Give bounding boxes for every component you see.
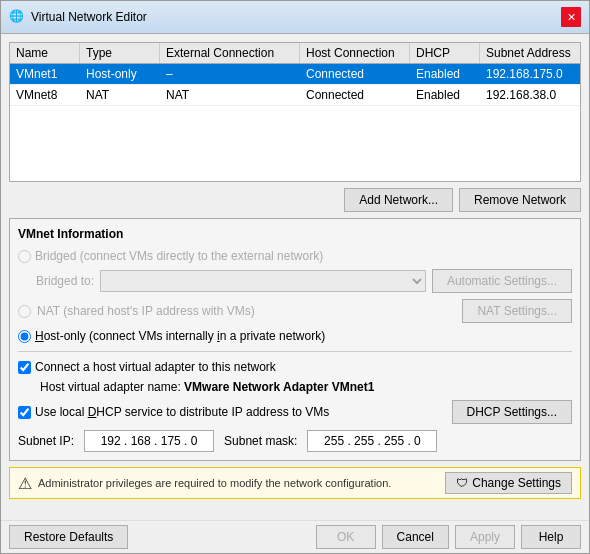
subnet-mask-input[interactable] <box>307 430 437 452</box>
warning-text: Administrator privileges are required to… <box>38 477 391 489</box>
table-row[interactable]: VMnet1 Host-only – Connected Enabled 192… <box>10 64 580 85</box>
table-row[interactable]: VMnet8 NAT NAT Connected Enabled 192.168… <box>10 85 580 106</box>
col-name: Name <box>10 43 80 63</box>
col-subnet: Subnet Address <box>480 43 581 63</box>
subnet-ip-label: Subnet IP: <box>18 434 74 448</box>
subnet-row: Subnet IP: Subnet mask: <box>18 430 572 452</box>
apply-button[interactable]: Apply <box>455 525 515 549</box>
help-button[interactable]: Help <box>521 525 581 549</box>
network-table[interactable]: Name Type External Connection Host Conne… <box>9 42 581 182</box>
bridged-to-row: Bridged to: Automatic Settings... <box>18 269 572 293</box>
cell-subnet: 192.168.175.0 <box>480 64 581 84</box>
cell-type: Host-only <box>80 64 160 84</box>
cell-external: NAT <box>160 85 300 105</box>
title-bar: 🌐 Virtual Network Editor ✕ <box>1 1 589 34</box>
cancel-button[interactable]: Cancel <box>382 525 449 549</box>
warning-bar: ⚠ Administrator privileges are required … <box>9 467 581 499</box>
main-window: 🌐 Virtual Network Editor ✕ Name Type Ext… <box>0 0 590 554</box>
nat-settings-button[interactable]: NAT Settings... <box>462 299 572 323</box>
vmnet-info-section: VMnet Information Bridged (connect VMs d… <box>9 218 581 461</box>
footer-buttons: Restore Defaults OK Cancel Apply Help <box>1 520 589 553</box>
app-icon: 🌐 <box>9 9 25 25</box>
col-dhcp: DHCP <box>410 43 480 63</box>
bridged-label: Bridged (connect VMs directly to the ext… <box>35 249 323 263</box>
col-type: Type <box>80 43 160 63</box>
dhcp-checkbox[interactable] <box>18 406 31 419</box>
nat-label: NAT (shared host's IP address with VMs) <box>37 304 456 318</box>
cell-subnet: 192.168.38.0 <box>480 85 581 105</box>
adapter-name-row: Host virtual adapter name: VMware Networ… <box>18 380 572 394</box>
cell-name: VMnet1 <box>10 64 80 84</box>
hostonly-radio-row: Host-only (connect VMs internally in a p… <box>18 329 572 343</box>
restore-defaults-button[interactable]: Restore Defaults <box>9 525 128 549</box>
subnet-mask-label: Subnet mask: <box>224 434 297 448</box>
hostonly-label: Host-only (connect VMs internally in a p… <box>35 329 325 343</box>
adapter-name-value: VMware Network Adapter VMnet1 <box>184 380 374 394</box>
dhcp-row: Use local DHCP service to distribute IP … <box>18 400 572 424</box>
automatic-settings-button[interactable]: Automatic Settings... <box>432 269 572 293</box>
add-network-button[interactable]: Add Network... <box>344 188 453 212</box>
dhcp-label: Use local DHCP service to distribute IP … <box>35 405 329 419</box>
cell-type: NAT <box>80 85 160 105</box>
col-host: Host Connection <box>300 43 410 63</box>
connect-adapter-checkbox[interactable] <box>18 361 31 374</box>
col-external: External Connection <box>160 43 300 63</box>
main-content: Name Type External Connection Host Conne… <box>1 34 589 520</box>
separator <box>18 351 572 352</box>
connect-adapter-row: Connect a host virtual adapter to this n… <box>18 360 572 374</box>
window-title: Virtual Network Editor <box>31 10 147 24</box>
cell-dhcp: Enabled <box>410 64 480 84</box>
bridged-to-label: Bridged to: <box>36 274 94 288</box>
hostonly-radio[interactable] <box>18 330 31 343</box>
bridged-to-dropdown[interactable] <box>100 270 426 292</box>
remove-network-button[interactable]: Remove Network <box>459 188 581 212</box>
cell-host: Connected <box>300 64 410 84</box>
ok-button[interactable]: OK <box>316 525 376 549</box>
title-bar-left: 🌐 Virtual Network Editor <box>9 9 147 25</box>
vmnet-info-title: VMnet Information <box>18 227 572 241</box>
close-button[interactable]: ✕ <box>561 7 581 27</box>
dhcp-checkbox-row: Use local DHCP service to distribute IP … <box>18 405 329 419</box>
footer-left: Restore Defaults <box>9 525 310 549</box>
bridged-radio[interactable] <box>18 250 31 263</box>
connect-adapter-label: Connect a host virtual adapter to this n… <box>35 360 276 374</box>
subnet-ip-input[interactable] <box>84 430 214 452</box>
cell-name: VMnet8 <box>10 85 80 105</box>
adapter-name-prefix: Host virtual adapter name: <box>40 380 181 394</box>
dhcp-settings-button[interactable]: DHCP Settings... <box>452 400 572 424</box>
cell-host: Connected <box>300 85 410 105</box>
table-action-buttons: Add Network... Remove Network <box>9 188 581 212</box>
shield-icon: 🛡 <box>456 476 468 490</box>
bridged-radio-row: Bridged (connect VMs directly to the ext… <box>18 249 572 263</box>
change-settings-button[interactable]: 🛡 Change Settings <box>445 472 572 494</box>
change-settings-label: Change Settings <box>472 476 561 490</box>
table-header: Name Type External Connection Host Conne… <box>10 43 580 64</box>
cell-dhcp: Enabled <box>410 85 480 105</box>
cell-external: – <box>160 64 300 84</box>
warning-icon: ⚠ <box>18 474 32 493</box>
nat-radio[interactable] <box>18 305 31 318</box>
nat-radio-row: NAT (shared host's IP address with VMs) … <box>18 299 572 323</box>
